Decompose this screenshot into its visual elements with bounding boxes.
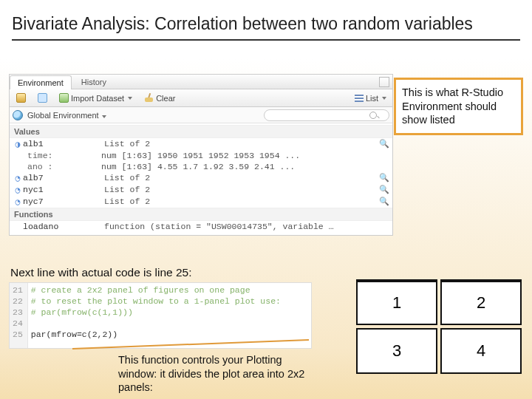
list-icon <box>355 95 364 102</box>
code-line: # to reset the plot window to a 1-panel … <box>31 296 281 307</box>
chevron-down-icon <box>102 115 106 118</box>
env-row-loadano[interactable]: loadano function (station = "USW00014735… <box>10 221 392 232</box>
panel-grid: 1 2 3 4 <box>356 279 522 374</box>
slide-title: Bivariate Analysis: Correlation between … <box>12 13 520 41</box>
env-desc: List of 2 <box>104 197 379 206</box>
env-name: nyc1 <box>23 185 104 194</box>
env-row-nyc1[interactable]: ◔ nyc1 List of 2 🔍 <box>10 184 392 196</box>
code-lines: # create a 2x2 panel of figures on one p… <box>28 283 284 348</box>
env-row-alb1-ano: ano : num [1:63] 4.55 1.7 1.92 3.59 2.41… <box>10 161 392 172</box>
chevron-down-icon <box>382 97 386 100</box>
env-desc: function (station = "USW00014735", varia… <box>104 222 389 231</box>
view-mode-dropdown[interactable]: List <box>352 94 389 103</box>
env-scope-bar: Global Environment <box>10 107 392 123</box>
env-desc: List of 2 <box>104 139 379 149</box>
env-row-alb7[interactable]: ◔ alb7 List of 2 🔍 <box>10 172 392 184</box>
inspect-icon[interactable]: 🔍 <box>379 139 389 149</box>
env-name: alb1 <box>23 139 104 149</box>
lineno: 23 <box>13 307 23 318</box>
code-line <box>31 318 281 329</box>
env-desc: num [1:63] 1950 1951 1952 1953 1954 ... <box>101 151 389 160</box>
env-name: loadano <box>23 222 104 231</box>
code-line: # create a 2x2 panel of figures on one p… <box>31 284 281 296</box>
next-line-label: Next line with actual code is line 25: <box>10 266 192 279</box>
import-icon <box>59 93 69 103</box>
env-desc: List of 2 <box>104 173 379 183</box>
inspect-icon[interactable]: 🔍 <box>379 185 389 195</box>
panel-cell-1: 1 <box>356 279 437 325</box>
section-functions: Functions <box>10 208 392 221</box>
clear-label: Clear <box>156 94 175 103</box>
lineno: 21 <box>13 284 23 296</box>
section-values: Values <box>10 125 392 138</box>
open-workspace-button[interactable] <box>13 92 30 103</box>
tab-history[interactable]: History <box>73 75 115 89</box>
save-icon <box>38 93 47 103</box>
code-gutter: 21 22 23 24 25 <box>10 283 28 348</box>
lineno: 22 <box>13 296 23 307</box>
env-name: alb7 <box>23 173 104 183</box>
env-desc: List of 2 <box>104 185 379 194</box>
env-name: time: <box>27 151 101 160</box>
expand-icon[interactable]: ◔ <box>13 185 23 195</box>
rstudio-environment-panel: Environment History Import Dataset Clear… <box>9 74 393 236</box>
inspect-icon[interactable]: 🔍 <box>379 173 389 183</box>
popout-icon[interactable] <box>379 77 389 87</box>
globe-icon <box>13 110 23 120</box>
tab-environment[interactable]: Environment <box>10 75 72 89</box>
clear-button[interactable]: Clear <box>140 92 179 103</box>
collapse-icon[interactable]: ◑ <box>13 139 23 149</box>
panel-cell-4: 4 <box>440 328 522 374</box>
code-line: par(mfrow=c(2,2)) <box>31 329 281 340</box>
panel-cell-3: 3 <box>356 328 437 374</box>
title-area: Bivariate Analysis: Correlation between … <box>0 0 532 45</box>
scope-label[interactable]: Global Environment <box>27 111 106 120</box>
env-row-alb1[interactable]: ◑ alb1 List of 2 🔍 <box>10 138 392 150</box>
expand-icon[interactable]: ◔ <box>13 197 23 207</box>
lineno: 25 <box>13 329 23 340</box>
chevron-down-icon <box>128 97 132 100</box>
function-note: This function controls your Plotting win… <box>118 353 318 395</box>
save-workspace-button[interactable] <box>34 92 51 103</box>
env-desc: num [1:63] 4.55 1.7 1.92 3.59 2.41 ... <box>101 162 389 171</box>
env-row-nyc7[interactable]: ◔ nyc7 List of 2 🔍 <box>10 196 392 208</box>
inspect-icon[interactable]: 🔍 <box>379 197 389 207</box>
env-row-alb1-time: time: num [1:63] 1950 1951 1952 1953 195… <box>10 150 392 161</box>
env-name: nyc7 <box>23 197 104 206</box>
panel-cell-2: 2 <box>440 279 522 325</box>
folder-open-icon <box>16 93 26 103</box>
env-body: Values ◑ alb1 List of 2 🔍 time: num [1:6… <box>10 123 392 235</box>
import-dataset-button[interactable]: Import Dataset <box>55 92 136 103</box>
code-editor-snippet: 21 22 23 24 25 # create a 2x2 panel of f… <box>9 282 312 349</box>
view-mode-label: List <box>366 94 378 103</box>
callout-environment-note: This is what R-Studio Environment should… <box>394 78 523 135</box>
env-tabstrip: Environment History <box>10 75 392 89</box>
lineno: 24 <box>13 318 23 329</box>
broom-icon <box>144 93 154 103</box>
code-line: # par(mfrow(c(1,1))) <box>31 307 281 318</box>
env-toolbar: Import Dataset Clear List <box>10 89 392 107</box>
env-name: ano : <box>27 162 101 171</box>
expand-icon[interactable]: ◔ <box>13 173 23 183</box>
env-search-input[interactable] <box>264 109 389 121</box>
import-dataset-label: Import Dataset <box>71 94 124 103</box>
